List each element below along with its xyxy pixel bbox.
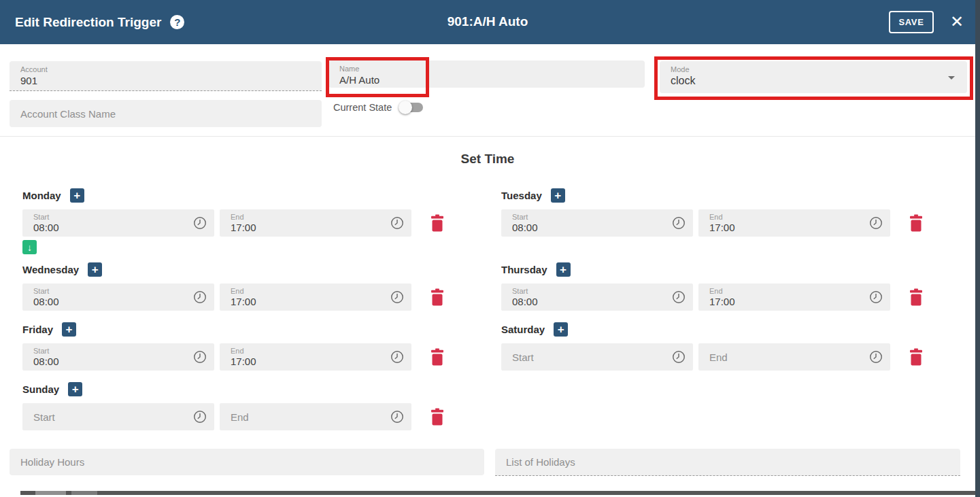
dialog-header: Edit Redirection Trigger ? 901:A/H Auto … xyxy=(0,0,980,44)
dialog-title: Edit Redirection Trigger xyxy=(15,15,161,30)
start-value: 08:00 xyxy=(33,296,187,307)
day-sunday: Sunday + Start End xyxy=(22,381,445,430)
delete-time-button[interactable] xyxy=(909,213,924,233)
start-time-field[interactable]: Start xyxy=(501,343,693,371)
mode-label: Mode xyxy=(671,65,956,73)
day-saturday: Saturday + Start End xyxy=(501,322,924,371)
end-time-field[interactable]: End 17:00 xyxy=(220,284,411,311)
mode-value: clock xyxy=(671,75,956,87)
clock-icon[interactable] xyxy=(671,349,686,364)
start-time-field[interactable]: Start 08:00 xyxy=(501,209,693,237)
clock-icon[interactable] xyxy=(192,409,207,424)
end-value: 17:00 xyxy=(709,296,863,307)
trash-icon xyxy=(430,214,444,232)
end-value: 17:00 xyxy=(709,222,863,233)
trash-icon xyxy=(430,408,444,426)
help-icon[interactable]: ? xyxy=(170,15,184,29)
day-label: Monday xyxy=(22,190,61,201)
current-state-label: Current State xyxy=(333,102,392,113)
delete-time-button[interactable] xyxy=(430,213,445,233)
plus-icon: + xyxy=(72,383,79,395)
account-value: 901 xyxy=(20,75,311,86)
start-label: Start xyxy=(512,287,666,295)
day-label: Tuesday xyxy=(501,190,542,201)
start-label: Start xyxy=(33,213,187,221)
delete-time-button[interactable] xyxy=(430,347,445,366)
clock-icon[interactable] xyxy=(390,409,405,424)
end-time-field[interactable]: End 17:00 xyxy=(220,343,411,371)
add-time-button[interactable]: + xyxy=(88,262,102,277)
delete-time-button[interactable] xyxy=(430,407,445,426)
clock-icon[interactable] xyxy=(192,290,207,305)
clock-icon[interactable] xyxy=(192,349,207,364)
trash-icon xyxy=(430,348,444,366)
start-placeholder: Start xyxy=(33,411,55,423)
clock-icon[interactable] xyxy=(671,216,686,230)
name-label: Name xyxy=(339,65,634,73)
end-value: 17:00 xyxy=(231,356,384,367)
start-time-field[interactable]: Start 08:00 xyxy=(501,284,693,311)
name-value: A/H Auto xyxy=(339,74,634,86)
end-time-field[interactable]: End xyxy=(220,403,411,430)
start-label: Start xyxy=(33,287,187,295)
end-time-field[interactable]: End 17:00 xyxy=(698,209,890,237)
end-value: 17:00 xyxy=(231,296,384,307)
clock-icon[interactable] xyxy=(868,216,883,230)
toggle-thumb xyxy=(399,101,412,114)
end-time-field[interactable]: End 17:00 xyxy=(220,209,411,237)
clock-icon[interactable] xyxy=(671,290,686,305)
start-time-field[interactable]: Start 08:00 xyxy=(22,284,214,311)
end-time-field[interactable]: End 17:00 xyxy=(698,284,890,311)
account-class-name-field[interactable]: Account Class Name xyxy=(10,100,322,127)
section-divider xyxy=(0,136,975,137)
day-monday: Monday + Start 08:00 End 17:00 xyxy=(22,188,445,237)
add-time-button[interactable]: + xyxy=(556,262,571,277)
plus-icon: + xyxy=(558,324,564,335)
list-of-holidays-field[interactable]: List of Holidays xyxy=(495,449,960,476)
account-field[interactable]: Account 901 xyxy=(10,61,322,91)
clock-icon[interactable] xyxy=(192,216,207,230)
end-value: 17:00 xyxy=(231,222,384,233)
trash-icon xyxy=(909,348,923,366)
day-friday: Friday + Start 08:00 End 17:00 xyxy=(22,322,445,371)
clock-icon[interactable] xyxy=(868,349,883,364)
add-time-button[interactable]: + xyxy=(68,382,82,396)
add-time-button[interactable]: + xyxy=(70,188,84,203)
end-placeholder: End xyxy=(231,411,249,423)
end-label: End xyxy=(709,287,863,295)
save-button[interactable]: SAVE xyxy=(889,11,934,33)
delete-time-button[interactable] xyxy=(430,288,445,307)
holiday-hours-field[interactable]: Holiday Hours xyxy=(10,449,484,475)
clock-icon[interactable] xyxy=(390,216,405,230)
start-time-field[interactable]: Start xyxy=(22,403,214,430)
trash-icon xyxy=(909,288,923,306)
clock-icon[interactable] xyxy=(390,290,405,305)
plus-icon: + xyxy=(92,264,99,275)
add-time-button[interactable]: + xyxy=(551,188,565,203)
name-field[interactable]: Name A/H Auto xyxy=(328,61,645,88)
day-label: Thursday xyxy=(501,264,547,275)
start-time-field[interactable]: Start 08:00 xyxy=(22,343,214,371)
plus-icon: + xyxy=(554,190,561,201)
list-of-holidays-placeholder: List of Holidays xyxy=(506,456,575,468)
start-placeholder: Start xyxy=(512,352,534,363)
account-label: Account xyxy=(20,65,311,73)
start-value: 08:00 xyxy=(512,222,666,233)
current-state-toggle[interactable] xyxy=(399,101,424,114)
clock-icon[interactable] xyxy=(868,290,883,305)
close-icon[interactable]: ✕ xyxy=(950,10,964,33)
scrollbar[interactable] xyxy=(975,0,980,497)
day-label: Saturday xyxy=(501,324,545,335)
add-time-button[interactable]: + xyxy=(62,322,76,337)
end-time-field[interactable]: End xyxy=(698,343,890,371)
delete-time-button[interactable] xyxy=(909,347,924,366)
trash-icon xyxy=(430,288,444,306)
delete-time-button[interactable] xyxy=(909,288,924,307)
add-time-button[interactable]: + xyxy=(554,322,568,337)
start-label: Start xyxy=(33,347,187,355)
arrow-down-icon: ↓ xyxy=(27,242,32,253)
mode-select[interactable]: Mode clock xyxy=(660,61,967,93)
start-time-field[interactable]: Start 08:00 xyxy=(22,209,214,237)
clock-icon[interactable] xyxy=(390,349,405,364)
copy-times-down-button[interactable]: ↓ xyxy=(22,240,37,254)
